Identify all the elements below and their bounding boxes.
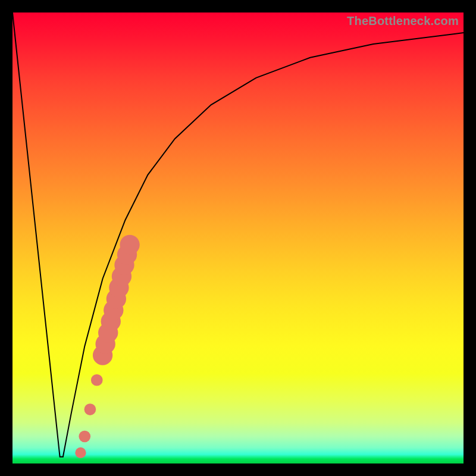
curve-group <box>12 12 464 457</box>
data-marker <box>91 374 103 386</box>
chart-plot-area: TheBottleneck.com <box>12 12 464 464</box>
chart-svg <box>12 12 464 464</box>
chart-frame: TheBottleneck.com <box>0 0 476 476</box>
data-marker <box>79 431 90 443</box>
data-marker <box>120 235 139 255</box>
data-marker <box>75 447 86 458</box>
data-marker <box>84 403 96 415</box>
bottleneck-curve <box>12 12 464 457</box>
